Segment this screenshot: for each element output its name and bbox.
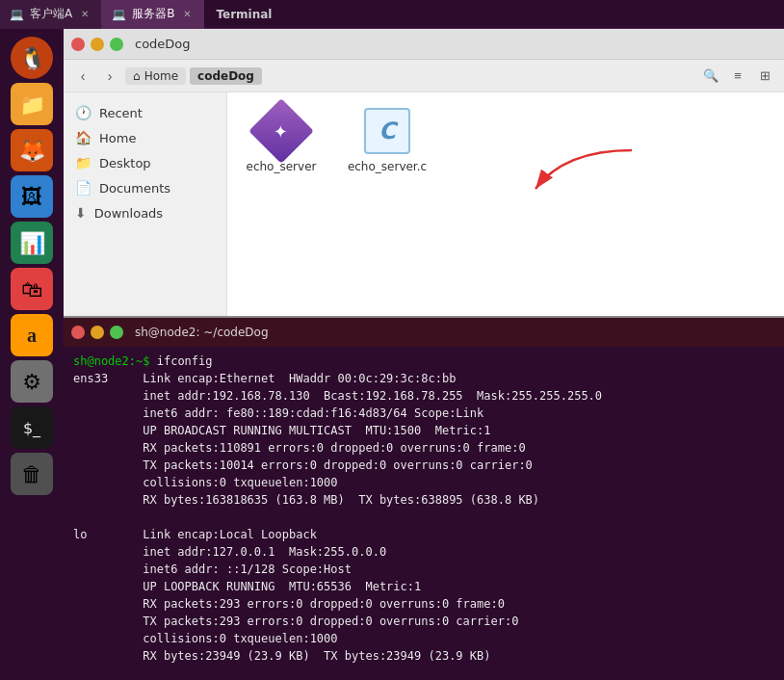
breadcrumb-current[interactable]: codeDog	[190, 67, 262, 85]
desktop-icon: 📁	[75, 155, 91, 170]
dock-photo[interactable]: 🖼	[11, 175, 53, 218]
dock-store[interactable]: 🛍	[11, 268, 53, 310]
recent-icon: 🕐	[75, 105, 91, 120]
dock-files[interactable]: 📁	[11, 83, 53, 125]
tab-server-label: 服务器B	[132, 6, 174, 22]
tab-client-label: 客户端A	[30, 6, 72, 22]
terminal-line-17: RX bytes:23949 (23.9 KB) TX bytes:23949 …	[73, 647, 774, 665]
terminal-line-15: TX packets:293 errors:0 dropped:0 overru…	[73, 613, 774, 630]
sidebar-downloads-label: Downloads	[94, 206, 163, 221]
fm-maximize-button[interactable]	[110, 38, 123, 51]
c-file-icon: C	[364, 108, 410, 154]
terminal-title: sh@node2: ~/codeDog	[135, 326, 269, 339]
terminal-blank-1	[73, 509, 774, 526]
main-area: 🐧 📁 🦊 🖼 📊 🛍 a ⚙ $_ 🗑 codeDog ‹ ›	[0, 29, 784, 680]
sidebar-item-recent[interactable]: 🕐 Recent	[64, 100, 226, 125]
fm-search-button[interactable]: 🔍	[699, 65, 722, 88]
home-sidebar-icon: 🏠	[75, 130, 91, 145]
terminal-close-button[interactable]	[71, 326, 85, 339]
fm-body: 🕐 Recent 🏠 Home 📁 Desktop 📄 Documents	[64, 92, 784, 316]
terminal-line-8: collisions:0 txqueuelen:1000	[73, 474, 774, 491]
file-echo-server-c[interactable]: C echo_server.c	[349, 108, 426, 173]
dock-trash[interactable]: 🗑	[11, 453, 53, 495]
dock-settings[interactable]: ⚙	[11, 360, 53, 403]
terminal-line-4: inet6 addr: fe80::189:cdad:f16:4d83/64 S…	[73, 405, 774, 422]
terminal-line-5: UP BROADCAST RUNNING MULTICAST MTU:1500 …	[73, 422, 774, 439]
terminal-line-1: sh@node2:~$ ifconfig	[73, 353, 774, 370]
terminal-body[interactable]: sh@node2:~$ ifconfig ens33 Link encap:Et…	[64, 347, 784, 680]
sidebar-item-downloads[interactable]: ⬇ Downloads	[64, 200, 226, 225]
file-manager-window: codeDog ‹ › ⌂ Home codeDog 🔍 ≡ ⊞	[64, 29, 784, 318]
fm-toolbar: ‹ › ⌂ Home codeDog 🔍 ≡ ⊞	[64, 60, 784, 92]
prompt-1: sh@node2:~$	[73, 354, 157, 368]
terminal-line-12: inet6 addr: ::1/128 Scope:Host	[73, 561, 774, 578]
terminal-line-14: RX packets:293 errors:0 dropped:0 overru…	[73, 595, 774, 613]
echo-server-c-label: echo_server.c	[348, 160, 427, 173]
taskbar: 💻 客户端A ✕ 💻 服务器B ✕ Terminal	[0, 0, 784, 29]
terminal-titlebar: sh@node2: ~/codeDog	[64, 318, 784, 347]
cmd-1: ifconfig	[157, 354, 213, 368]
tab-server-icon: 💻	[112, 8, 126, 21]
tab-client-icon: 💻	[10, 8, 24, 21]
tab-server-b[interactable]: 💻 服务器B ✕	[102, 0, 204, 29]
home-icon: ⌂	[133, 69, 141, 83]
fm-titlebar: codeDog	[64, 29, 784, 60]
breadcrumb-home-label: Home	[144, 69, 178, 83]
terminal-line-9: RX bytes:163818635 (163.8 MB) TX bytes:6…	[73, 491, 774, 509]
terminal-window: sh@node2: ~/codeDog sh@node2:~$ ifconfig…	[64, 318, 784, 680]
terminal-line-3: inet addr:192.168.78.130 Bcast:192.168.7…	[73, 387, 774, 405]
terminal-line-11: inet addr:127.0.0.1 Mask:255.0.0.0	[73, 543, 774, 561]
downloads-icon: ⬇	[75, 205, 87, 221]
terminal-line-7: TX packets:10014 errors:0 dropped:0 over…	[73, 457, 774, 474]
file-echo-server-exe[interactable]: ✦ echo_server	[243, 108, 320, 173]
terminal-minimize-button[interactable]	[91, 326, 104, 339]
sidebar-item-desktop[interactable]: 📁 Desktop	[64, 150, 226, 175]
sidebar-home-label: Home	[99, 131, 136, 145]
sidebar-item-documents[interactable]: 📄 Documents	[64, 175, 226, 200]
exe-icon: ✦	[248, 98, 314, 164]
fm-back-button[interactable]: ‹	[71, 65, 94, 88]
tab-client-close[interactable]: ✕	[78, 8, 91, 21]
fm-close-button[interactable]	[71, 38, 85, 51]
terminal-app-label: Terminal	[204, 8, 283, 21]
terminal-line-13: UP LOOPBACK RUNNING MTU:65536 Metric:1	[73, 578, 774, 595]
dock-amazon[interactable]: a	[11, 314, 53, 356]
dock-ubuntu[interactable]: 🐧	[11, 37, 53, 79]
terminal-line-16: collisions:0 txqueuelen:1000	[73, 630, 774, 647]
sidebar-item-home[interactable]: 🏠 Home	[64, 125, 226, 150]
sidebar-recent-label: Recent	[99, 106, 143, 120]
sidebar-documents-label: Documents	[99, 181, 170, 196]
fm-list-view-button[interactable]: ≡	[726, 65, 749, 88]
breadcrumb-home[interactable]: ⌂ Home	[125, 67, 186, 85]
dock-firefox[interactable]: 🦊	[11, 129, 53, 171]
fm-sidebar: 🕐 Recent 🏠 Home 📁 Desktop 📄 Documents	[64, 92, 227, 316]
terminal-line-2: ens33 Link encap:Ethernet HWaddr 00:0c:2…	[73, 370, 774, 387]
content-wrapper: codeDog ‹ › ⌂ Home codeDog 🔍 ≡ ⊞	[64, 29, 784, 680]
tab-server-close[interactable]: ✕	[180, 8, 194, 21]
terminal-blank-2	[73, 665, 774, 680]
tab-client-a[interactable]: 💻 客户端A ✕	[0, 0, 102, 29]
terminal-line-10: lo Link encap:Local Loopback	[73, 526, 774, 543]
dock-terminal[interactable]: $_	[11, 406, 53, 449]
terminal-line-6: RX packets:110891 errors:0 dropped:0 ove…	[73, 439, 774, 457]
application-dock: 🐧 📁 🦊 🖼 📊 🛍 a ⚙ $_ 🗑	[0, 29, 64, 680]
fm-grid-view-button[interactable]: ⊞	[753, 65, 776, 88]
fm-title: codeDog	[135, 37, 191, 51]
arrow-annotation	[526, 141, 641, 198]
terminal-maximize-button[interactable]	[110, 326, 123, 339]
fm-minimize-button[interactable]	[91, 38, 104, 51]
dock-calc[interactable]: 📊	[11, 222, 53, 264]
fm-forward-button[interactable]: ›	[98, 65, 121, 88]
documents-icon: 📄	[75, 180, 91, 196]
fm-content: ✦ echo_server C echo_server.c	[227, 92, 784, 316]
sidebar-desktop-label: Desktop	[99, 156, 151, 170]
